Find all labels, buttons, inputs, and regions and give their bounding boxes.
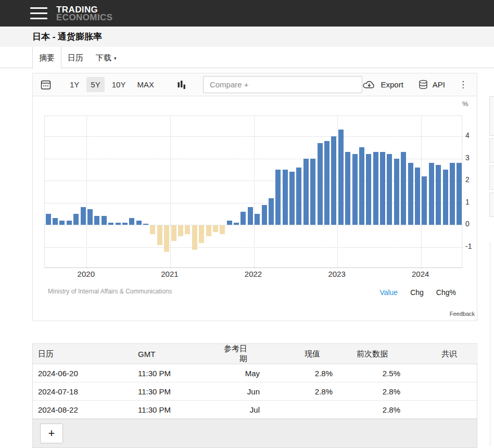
table-row[interactable]: 2024-06-2011:30 PMMay2.8%2.5% [33, 364, 478, 382]
cell: 11:30 PM [133, 364, 219, 382]
bar-2019-11 [73, 214, 79, 225]
bar-2023-08 [387, 154, 392, 225]
page-title: 日本 - 通货膨胀率 [32, 31, 102, 43]
table-body: 2024-06-2011:30 PMMay2.8%2.5%2024-07-181… [33, 364, 478, 419]
tab-摘要[interactable]: 摘要 [32, 47, 61, 69]
mode-chg%[interactable]: Chg% [436, 288, 456, 297]
range-selector: 1Y5Y10YMAX [64, 77, 160, 92]
gridline [254, 116, 255, 268]
cell [268, 401, 341, 419]
bar-2021-02 [178, 225, 183, 236]
bar-2020-04 [108, 223, 113, 225]
bar-2020-12 [164, 225, 169, 252]
bar-2021-10 [234, 223, 239, 225]
bar-2021-09 [227, 221, 232, 225]
api-button[interactable]: API [418, 80, 445, 89]
bar-2022-09 [310, 159, 315, 225]
bar-2023-11 [408, 163, 413, 225]
bar-2024-03 [436, 165, 441, 225]
column-header-1: GMT [133, 344, 219, 364]
bar-2020-02 [94, 216, 99, 225]
tab-日历[interactable]: 日历 [61, 47, 90, 68]
cell [409, 401, 478, 419]
right-edge-divider [490, 242, 490, 446]
cell: 2.8% [268, 382, 341, 401]
cell: Jun [219, 382, 268, 401]
bar-2022-01 [255, 214, 260, 225]
y-tick-label: -1 [465, 242, 479, 250]
y-tick-label: 2 [465, 175, 479, 184]
bar-2022-05 [283, 170, 288, 225]
chart: 43210-1 % 20202021202220232024 Ministry … [33, 96, 477, 321]
top-nav: TRADING ECONOMICS [0, 0, 494, 27]
bar-2021-05 [199, 225, 204, 243]
right-edge-panel[interactable] [489, 193, 494, 217]
bar-2022-10 [318, 143, 323, 225]
mode-value[interactable]: Value [379, 288, 398, 297]
export-label: Export [381, 80, 403, 89]
title-bar: 日本 - 通货膨胀率 [0, 27, 494, 47]
table-footer: + [33, 419, 477, 447]
api-label: API [433, 80, 445, 89]
cell: 2.8% [341, 382, 409, 401]
bar-2022-02 [262, 205, 267, 225]
tab-下载[interactable]: 下载▾ [90, 47, 123, 68]
cell: 2.8% [268, 364, 341, 382]
bar-2020-07 [129, 218, 134, 225]
right-edge-panel[interactable] [489, 138, 494, 163]
bar-2024-02 [429, 163, 434, 225]
add-button[interactable]: + [40, 424, 63, 443]
range-max[interactable]: MAX [133, 77, 158, 92]
x-tick-label: 2021 [161, 270, 178, 278]
calendar-icon [40, 79, 52, 91]
bar-2021-01 [171, 225, 176, 241]
column-header-0: 日历 [33, 344, 133, 364]
bar-2024-05 [450, 163, 455, 225]
feedback-link[interactable]: Feedback [450, 311, 475, 317]
bar-2023-10 [401, 152, 406, 225]
range-5y[interactable]: 5Y [86, 77, 104, 92]
mode-chg[interactable]: Chg [410, 288, 424, 297]
table-row[interactable]: 2024-08-2211:30 PMJul2.8% [33, 401, 478, 419]
range-1y[interactable]: 1Y [66, 77, 83, 92]
bar-2023-02 [345, 152, 350, 225]
gridline [170, 116, 171, 268]
y-axis-unit: % [462, 100, 468, 108]
bar-2022-12 [331, 136, 336, 225]
bar-2022-11 [324, 141, 330, 225]
calendar-button[interactable] [39, 78, 53, 92]
export-button[interactable]: Export [362, 80, 403, 89]
bar-2022-07 [296, 168, 301, 225]
bar-2024-06 [457, 163, 462, 225]
right-edge-panel[interactable] [489, 96, 494, 136]
right-edge-panel[interactable] [489, 165, 494, 190]
bar-2021-06 [206, 225, 211, 236]
bar-2021-08 [220, 225, 225, 234]
calendar-table: 日历GMT参考日期现值前次数据共识 2024-06-2011:30 PMMay2… [32, 343, 477, 448]
bar-2019-12 [81, 207, 86, 225]
table-row[interactable]: 2024-07-1811:30 PMJun2.8%2.8% [33, 382, 478, 401]
logo[interactable]: TRADING ECONOMICS [56, 6, 112, 21]
bar-2021-04 [192, 225, 197, 250]
cell: 2024-06-20 [33, 364, 133, 382]
cell: 2024-08-22 [33, 401, 133, 419]
more-options-button[interactable]: ⋮ [459, 79, 467, 90]
range-10y[interactable]: 10Y [108, 77, 130, 92]
chart-plot [44, 116, 462, 268]
bar-2023-09 [394, 159, 399, 225]
chart-type-button[interactable] [176, 79, 187, 91]
cell: 2024-07-18 [33, 382, 133, 401]
cell [409, 382, 478, 401]
compare-input[interactable] [203, 76, 362, 93]
bar-2020-11 [157, 225, 162, 245]
column-header-3: 现值 [268, 344, 341, 364]
toolbar-right: Export API ⋮ [362, 79, 471, 90]
x-tick-label: 2022 [245, 270, 262, 278]
hamburger-menu-icon[interactable] [30, 7, 48, 20]
y-tick-label: 4 [465, 131, 479, 139]
bar-2023-04 [359, 147, 364, 225]
cell: 11:30 PM [133, 401, 219, 419]
bar-2023-07 [380, 152, 385, 225]
bar-2021-11 [240, 212, 246, 225]
bar-2020-03 [102, 216, 107, 225]
